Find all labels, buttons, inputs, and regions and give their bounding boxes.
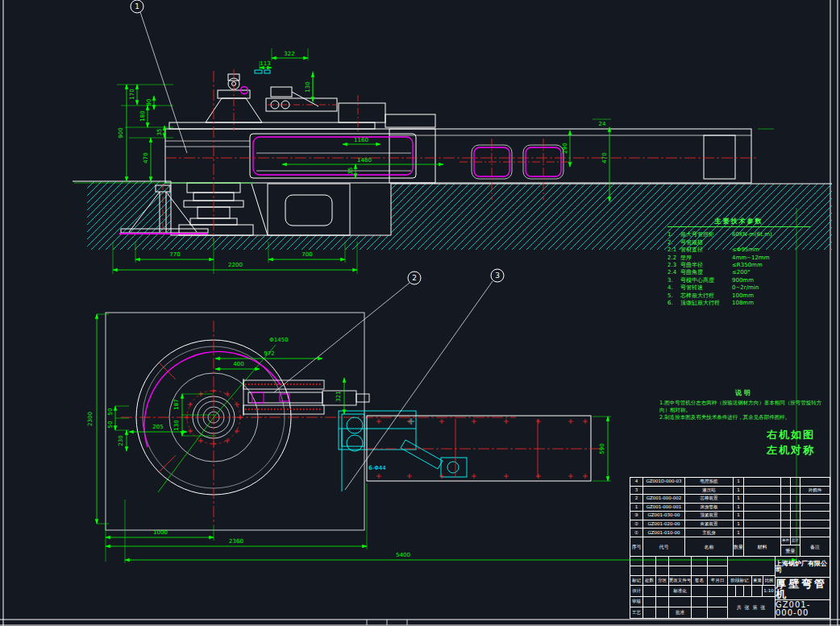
parameters-title: 主要技术参数	[667, 218, 810, 227]
dim-text: 2200	[228, 262, 243, 268]
notes-title: 说明	[659, 389, 829, 396]
dim-text: 322	[284, 51, 294, 57]
stage-scale-block: 阶段标记重量比例 1:10 共 张 第 张	[728, 557, 776, 618]
dim-text: 50	[107, 421, 114, 429]
dim-text: 2360	[229, 538, 243, 545]
parameter-row: 6.顶镦缸最大行程108mm	[667, 300, 810, 307]
drawing-number: GZ001-000-00	[776, 600, 830, 618]
dim-text: 700	[301, 251, 312, 258]
parameter-row: 4.弯管转速0~2r/min	[667, 284, 810, 292]
dim-text: 187	[173, 399, 180, 409]
revision-block: 标记处数分区更改文件号签名年月日 设计标准化 审核 工艺批准	[630, 557, 728, 618]
dim-text: 50	[107, 408, 114, 416]
parts-row: ①GZ001-010-00主机身1	[630, 529, 830, 537]
machine-orientation-note: 右机如图 左机对称	[763, 427, 819, 458]
dim-text: 290	[562, 143, 568, 153]
parameter-row: 2.3弯曲半径≤R350mm	[667, 262, 810, 269]
dim-text: Φ1450	[269, 337, 288, 343]
notes-block: 说明 1.图中弯管机分左右两种（按输送钢材方向）基本相同（按弯管旋转方向）相对称…	[659, 389, 829, 421]
dim-text: 1480	[357, 157, 372, 164]
title-block: 4GZ001D-000-03电控系统1 3液压站1外购件 2GZ001-000-…	[630, 477, 830, 619]
dim-text: 35	[347, 168, 354, 175]
dim-text: 90	[146, 99, 152, 106]
parts-row: ③GZ001-030-00顶紧装置1	[630, 512, 830, 520]
dim-text: 770	[169, 251, 180, 258]
balloon-2-label: 2	[412, 274, 417, 282]
parameter-row: 2.2壁厚4mm~12mm	[667, 255, 810, 262]
parameter-row: 3.弯模中心高度900mm	[667, 277, 810, 284]
note-line: 2.制造按本图及有关技术条件进行，其余见各部件图样。	[659, 414, 829, 421]
clamp-assembly	[339, 411, 467, 491]
dim-text: 470	[601, 152, 608, 163]
weight-header: 单件总计 重量	[781, 537, 800, 556]
dim-text: 470	[143, 152, 149, 163]
parts-row: 1GZ001-000-001床身垫板1	[630, 504, 830, 512]
dim-text: 130	[305, 81, 311, 92]
parts-list: 4GZ001D-000-03电控系统1 3液压站1外购件 2GZ001-000-…	[630, 478, 830, 537]
sheet-count: 共 张 第 张	[728, 597, 775, 618]
dim-text: 590	[599, 443, 605, 454]
dim-text: 321	[335, 391, 342, 401]
dim-text: 400	[233, 361, 243, 367]
company-name: 上海锅炉厂有限公司	[776, 557, 830, 578]
parts-row: ②GZ001-020-00夹紧装置1	[630, 520, 830, 529]
drawing-title: 厚壁弯管机	[776, 578, 830, 600]
dim-text: 35	[156, 129, 163, 136]
parameter-row: 2.弯管规格	[667, 239, 810, 247]
parameter-row: 5.芯棒最大行程100mm	[667, 292, 810, 300]
dim-text: 1000	[153, 529, 168, 536]
parts-row: 3液压站1外购件	[630, 487, 830, 495]
drawing-canvas[interactable]: 322 113 130 900 170 90 180 35 470 1160 1…	[0, 0, 840, 626]
dim-text: 230	[118, 435, 124, 446]
parts-list-header: 序号 代号 名称 数量 材料 单件总计 重量 备注	[630, 537, 830, 557]
dim-text: 170	[129, 89, 135, 99]
parts-row: 4GZ001D-000-03电控系统1	[630, 478, 830, 487]
dim-text: 2300	[87, 412, 94, 426]
mandrel-rack	[243, 379, 369, 416]
dim-text: 1160	[354, 137, 368, 143]
rotary-table	[121, 321, 516, 525]
dim-text: 900	[118, 127, 124, 138]
bolt-callout: 6-Φ44	[368, 465, 386, 471]
balloon-3-label: 3	[495, 272, 500, 280]
dim-text: 130	[173, 420, 180, 430]
balloon-1-label: 1	[135, 2, 139, 10]
parameter-row: 2.1管材直径≤Φ95mm	[667, 247, 810, 254]
note-line: 1.图中弯管机分左右两种（按输送钢材方向）基本相同（按弯管旋转方向）相对称。	[659, 400, 829, 414]
dim-text: 24	[599, 121, 606, 127]
parameter-row: 1.最大弯管扭矩60KN-m(6t.m)	[667, 231, 810, 238]
dim-text: 205	[152, 424, 163, 430]
dim-text: 5400	[396, 552, 410, 558]
dim-text: 972	[264, 350, 274, 357]
title-area: 上海锅炉厂有限公司 厚壁弯管机 GZ001-000-00	[776, 557, 830, 618]
dim-text: 113	[260, 60, 270, 67]
scale-value: 1:10	[763, 586, 775, 596]
parts-row: 2GZ001-000-002芯棒装置1	[630, 495, 830, 504]
parameter-row: 2.4弯曲角度≤200°	[667, 269, 810, 276]
dim-text: 180	[139, 110, 146, 121]
technical-parameters: 主要技术参数 1.最大弯管扭矩60KN-m(6t.m) 2.弯管规格 2.1管材…	[667, 218, 810, 307]
